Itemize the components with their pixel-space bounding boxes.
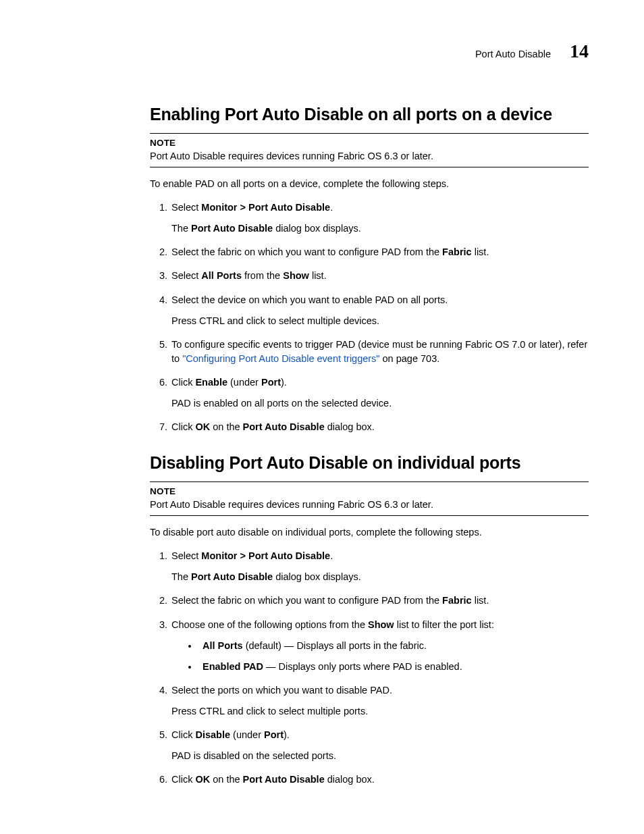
section-heading-enable-all: Enabling Port Auto Disable on all ports …	[150, 102, 589, 126]
note-block: NOTE Port Auto Disable requires devices …	[150, 133, 589, 168]
note-block: NOTE Port Auto Disable requires devices …	[150, 481, 589, 517]
step-subtext: The Port Auto Disable dialog box display…	[171, 221, 589, 236]
step-item: To configure specific events to trigger …	[170, 338, 589, 366]
running-header: Port Auto Disable 14	[150, 38, 589, 66]
step-item: Select the ports on which you want to di…	[170, 683, 589, 719]
step-subtext: The Port Auto Disable dialog box display…	[171, 570, 589, 584]
section-heading-disable-individual: Disabling Port Auto Disable on individua…	[150, 450, 589, 475]
step-text: Select Monitor > Port Auto Disable.	[171, 550, 333, 561]
note-text: Port Auto Disable requires devices runni…	[150, 149, 589, 163]
step-text: Select Monitor > Port Auto Disable.	[171, 202, 333, 213]
intro-paragraph: To disable port auto disable on individu…	[150, 525, 589, 540]
step-item: Select the fabric on which you want to c…	[170, 594, 589, 608]
step-subtext: PAD is disabled on the selected ports.	[171, 749, 589, 763]
header-title: Port Auto Disable	[475, 47, 551, 61]
step-subtext: Press CTRL and click to select multiple …	[171, 314, 589, 328]
step-subtext: PAD is enabled on all ports on the selec…	[171, 396, 589, 411]
xref-link[interactable]: "Configuring Port Auto Disable event tri…	[182, 353, 379, 364]
note-label: NOTE	[150, 136, 589, 150]
page-content: Port Auto Disable 14 Enabling Port Auto …	[0, 0, 644, 834]
step-item: Click OK on the Port Auto Disable dialog…	[170, 773, 589, 787]
step-subtext: Press CTRL and click to select multiple …	[171, 704, 589, 719]
step-item: Click OK on the Port Auto Disable dialog…	[170, 420, 589, 434]
intro-paragraph: To enable PAD on all ports on a device, …	[150, 177, 589, 191]
step-item: Click Enable (under Port). PAD is enable…	[170, 375, 589, 411]
step-item: Click Disable (under Port). PAD is disab…	[170, 728, 589, 763]
note-label: NOTE	[150, 485, 589, 498]
bullet-list: All Ports (default) — Displays all ports…	[171, 639, 589, 674]
chapter-number: 14	[570, 38, 589, 66]
step-item: Select the fabric on which you want to c…	[170, 245, 589, 259]
bullet-item: All Ports (default) — Displays all ports…	[198, 639, 589, 653]
step-item: Choose one of the following options from…	[170, 618, 589, 674]
steps-list: Select Monitor > Port Auto Disable. The …	[150, 201, 589, 434]
bullet-item: Enabled PAD — Displays only ports where …	[198, 660, 589, 674]
step-item: Select Monitor > Port Auto Disable. The …	[170, 549, 589, 584]
step-item: Select All Ports from the Show list.	[170, 269, 589, 283]
note-text: Port Auto Disable requires devices runni…	[150, 498, 589, 512]
steps-list: Select Monitor > Port Auto Disable. The …	[150, 549, 589, 786]
step-item: Select Monitor > Port Auto Disable. The …	[170, 201, 589, 236]
step-item: Select the device on which you want to e…	[170, 293, 589, 328]
